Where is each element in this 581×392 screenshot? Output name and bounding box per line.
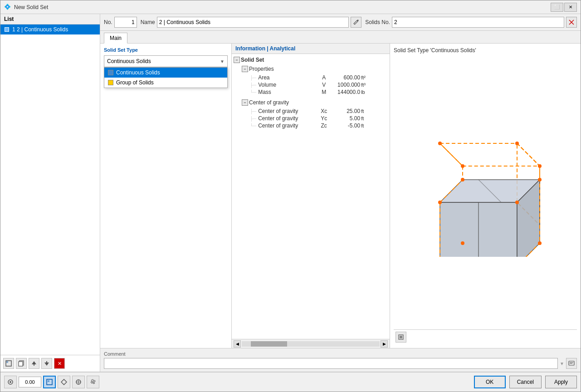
preview-reset-button[interactable] <box>395 332 406 343</box>
svg-marker-4 <box>32 361 36 364</box>
sidebar: List 1 2 | Continuous Solids <box>0 14 100 372</box>
cancel-button[interactable]: Cancel <box>509 376 542 388</box>
zoom-input[interactable] <box>19 377 41 387</box>
cube-preview <box>413 130 558 257</box>
clear-solids-no-button[interactable] <box>566 17 577 28</box>
preview-toolbar <box>394 329 577 344</box>
volume-key: V <box>317 82 331 88</box>
svg-rect-5 <box>34 364 34 366</box>
cog-xc-unit: ft <box>360 108 371 114</box>
scroll-track[interactable] <box>242 341 380 347</box>
window-controls: ⬜ ✕ <box>551 3 577 12</box>
solid-set-expand[interactable]: − <box>234 57 240 63</box>
preview-area <box>394 57 577 329</box>
properties-label: Properties <box>249 66 274 72</box>
scroll-left-button[interactable]: ◀ <box>234 340 241 348</box>
info-content: − Solid Set − Properties <box>232 54 390 339</box>
close-button[interactable]: ✕ <box>564 3 577 12</box>
tab-main[interactable]: Main <box>104 33 127 44</box>
comment-button[interactable] <box>566 358 577 369</box>
properties-expand[interactable]: − <box>242 66 248 72</box>
mass-value: 144000.0 <box>331 89 360 95</box>
settings-tool-button[interactable] <box>87 376 99 388</box>
delete-button[interactable]: ✕ <box>54 358 65 369</box>
main-window: 💠 New Solid Set ⬜ ✕ List 1 2 | Continuou… <box>0 0 581 392</box>
cog-zc-row: └─ Center of gravity Zc -5.00 ft <box>250 122 388 129</box>
solid-type-label: Solid Set Type <box>104 47 228 53</box>
top-fields: No. Name Solids No. <box>100 14 581 31</box>
sidebar-item-1[interactable]: 1 2 | Continuous Solids <box>0 24 100 34</box>
comment-input[interactable] <box>104 358 558 369</box>
cog-yc-row: ├─ Center of gravity Yc 5.00 ft <box>250 115 388 122</box>
svg-point-34 <box>438 142 442 145</box>
solid-type-panel: Solid Set Type Continuous Solids ▼ Conti… <box>100 44 232 348</box>
preview-label: Solid Set Type 'Continuous Solids' <box>394 47 577 54</box>
preview-panel: Solid Set Type 'Continuous Solids' <box>390 44 581 348</box>
solids-no-input[interactable] <box>392 17 564 28</box>
cog-xc-label: Center of gravity <box>258 108 317 114</box>
scroll-thumb <box>251 341 287 347</box>
svg-point-27 <box>515 201 519 204</box>
dropdown-item-group[interactable]: Group of Solids <box>104 78 227 88</box>
name-input[interactable] <box>157 17 349 28</box>
copy-item-button[interactable] <box>16 358 27 369</box>
solid-type-dropdown[interactable]: Continuous Solids ▼ <box>104 55 228 67</box>
cog-section: − Center of gravity ├─ Center of gravity… <box>234 98 388 129</box>
solids-no-field-group: Solids No. <box>365 17 577 28</box>
svg-point-28 <box>538 178 542 181</box>
cog-tree-item: − Center of gravity <box>242 98 388 107</box>
cog-rows: ├─ Center of gravity Xc 25.00 ft ├─ Cent… <box>242 108 388 129</box>
solids-no-label: Solids No. <box>365 19 390 25</box>
dropdown-menu: Continuous Solids Group of Solids <box>104 67 228 88</box>
view-tool-button[interactable] <box>72 376 85 388</box>
cog-yc-value: 5.00 <box>331 115 360 122</box>
svg-rect-39 <box>400 336 402 338</box>
cog-xc-value: 25.00 <box>331 108 360 114</box>
name-field-group: Name <box>141 17 362 28</box>
cog-xc-row: ├─ Center of gravity Xc 25.00 ft <box>250 108 388 115</box>
sidebar-item-icon <box>3 26 10 33</box>
area-label: Area <box>258 74 317 81</box>
cog-yc-unit: ft <box>360 116 371 121</box>
cog-zc-label: Center of gravity <box>258 122 317 129</box>
volume-value: 1000.000 <box>331 82 360 88</box>
svg-rect-46 <box>48 380 49 382</box>
solid-set-label: Solid Set <box>241 57 264 63</box>
svg-point-26 <box>438 201 442 204</box>
select-tool-button[interactable] <box>43 376 56 388</box>
edit-name-button[interactable] <box>351 17 361 28</box>
svg-point-33 <box>461 241 464 245</box>
scroll-right-button[interactable]: ▶ <box>381 340 388 348</box>
bottom-toolbar: OK Cancel Apply <box>0 372 581 392</box>
no-input[interactable] <box>114 17 137 28</box>
volume-unit: ft³ <box>360 82 371 88</box>
no-label: No. <box>104 19 112 25</box>
mass-key: M <box>317 89 331 95</box>
ok-button[interactable]: OK <box>474 376 506 388</box>
window-title: New Solid Set <box>14 4 551 10</box>
dropdown-item-continuous[interactable]: Continuous Solids <box>104 68 227 78</box>
svg-marker-6 <box>44 363 49 366</box>
properties-tree-item: − Properties <box>242 65 388 73</box>
move-up-button[interactable] <box>29 358 39 369</box>
dropdown-item-label-continuous: Continuous Solids <box>116 69 160 76</box>
minimize-button[interactable]: ⬜ <box>551 3 563 12</box>
area-value: 600.00 <box>331 74 360 81</box>
cog-label: Center of gravity <box>249 99 289 106</box>
pointer-tool-button[interactable] <box>4 376 17 388</box>
add-item-button[interactable] <box>3 358 14 369</box>
svg-point-44 <box>10 381 11 383</box>
comment-dropdown-arrow: ▼ <box>560 361 564 366</box>
group-of-solids-icon <box>108 80 113 85</box>
dropdown-current-value: Continuous Solids <box>107 58 151 64</box>
sidebar-content: 1 2 | Continuous Solids <box>0 24 100 355</box>
svg-marker-10 <box>440 143 540 166</box>
cog-expand[interactable]: − <box>242 99 248 106</box>
apply-button[interactable]: Apply <box>545 376 577 388</box>
node-tool-button[interactable] <box>58 376 70 388</box>
cog-zc-value: -5.00 <box>331 122 360 129</box>
move-down-button[interactable] <box>41 358 52 369</box>
info-header: Information | Analytical <box>232 44 390 54</box>
main-content: List 1 2 | Continuous Solids <box>0 14 581 372</box>
svg-marker-47 <box>61 379 67 385</box>
